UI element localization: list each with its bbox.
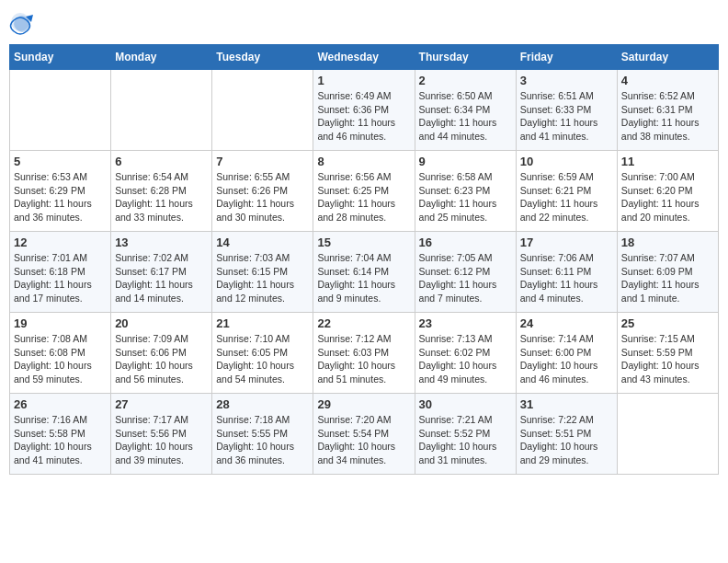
calendar-cell: 27Sunrise: 7:17 AM Sunset: 5:56 PM Dayli… (111, 394, 212, 475)
day-number: 17 (520, 236, 613, 249)
column-header-friday: Friday (516, 45, 617, 70)
day-number: 13 (115, 236, 208, 249)
day-number: 28 (216, 397, 309, 411)
calendar-body: 1Sunrise: 6:49 AM Sunset: 6:36 PM Daylig… (10, 70, 719, 475)
day-info: Sunrise: 7:04 AM Sunset: 6:14 PM Dayligh… (317, 251, 410, 305)
calendar-cell: 20Sunrise: 7:09 AM Sunset: 6:06 PM Dayli… (111, 313, 212, 394)
day-number: 31 (520, 397, 613, 411)
calendar-cell (111, 70, 212, 151)
calendar-week-3: 12Sunrise: 7:01 AM Sunset: 6:18 PM Dayli… (10, 232, 719, 313)
day-number: 9 (419, 155, 512, 168)
day-number: 19 (14, 316, 107, 330)
day-number: 23 (419, 316, 512, 330)
day-info: Sunrise: 7:08 AM Sunset: 6:08 PM Dayligh… (14, 332, 107, 386)
day-info: Sunrise: 6:52 AM Sunset: 6:31 PM Dayligh… (621, 89, 714, 144)
day-number: 1 (317, 74, 410, 87)
day-number: 11 (621, 155, 714, 168)
calendar-cell: 5Sunrise: 6:53 AM Sunset: 6:29 PM Daylig… (10, 151, 111, 232)
calendar-cell: 13Sunrise: 7:02 AM Sunset: 6:17 PM Dayli… (111, 232, 212, 313)
day-number: 5 (14, 155, 107, 168)
calendar-cell: 22Sunrise: 7:12 AM Sunset: 6:03 PM Dayli… (313, 313, 415, 394)
day-number: 27 (115, 397, 208, 411)
day-info: Sunrise: 7:17 AM Sunset: 5:56 PM Dayligh… (115, 413, 208, 467)
logo-icon (9, 9, 35, 35)
day-info: Sunrise: 7:03 AM Sunset: 6:15 PM Dayligh… (216, 251, 309, 305)
calendar-header: SundayMondayTuesdayWednesdayThursdayFrid… (10, 45, 719, 70)
calendar-cell: 1Sunrise: 6:49 AM Sunset: 6:36 PM Daylig… (313, 70, 415, 151)
day-number: 6 (115, 155, 208, 168)
calendar-table: SundayMondayTuesdayWednesdayThursdayFrid… (9, 44, 719, 475)
day-info: Sunrise: 6:49 AM Sunset: 6:36 PM Dayligh… (317, 89, 410, 144)
day-info: Sunrise: 7:05 AM Sunset: 6:12 PM Dayligh… (419, 251, 512, 305)
calendar-cell: 3Sunrise: 6:51 AM Sunset: 6:33 PM Daylig… (516, 70, 617, 151)
calendar-week-2: 5Sunrise: 6:53 AM Sunset: 6:29 PM Daylig… (10, 151, 719, 232)
day-number: 14 (216, 236, 309, 249)
calendar-cell: 4Sunrise: 6:52 AM Sunset: 6:31 PM Daylig… (617, 70, 718, 151)
calendar-cell: 15Sunrise: 7:04 AM Sunset: 6:14 PM Dayli… (313, 232, 415, 313)
day-info: Sunrise: 7:01 AM Sunset: 6:18 PM Dayligh… (14, 251, 107, 305)
calendar-cell: 28Sunrise: 7:18 AM Sunset: 5:55 PM Dayli… (212, 394, 313, 475)
calendar-cell: 8Sunrise: 6:56 AM Sunset: 6:25 PM Daylig… (313, 151, 415, 232)
day-number: 15 (317, 236, 410, 249)
calendar-cell (212, 70, 313, 151)
day-info: Sunrise: 7:22 AM Sunset: 5:51 PM Dayligh… (520, 413, 613, 467)
calendar-cell (10, 70, 111, 151)
logo (9, 9, 39, 35)
day-number: 3 (520, 74, 613, 87)
day-number: 25 (621, 316, 714, 330)
calendar-cell: 7Sunrise: 6:55 AM Sunset: 6:26 PM Daylig… (212, 151, 313, 232)
day-info: Sunrise: 6:54 AM Sunset: 6:28 PM Dayligh… (115, 170, 208, 224)
day-number: 2 (419, 74, 512, 87)
day-number: 4 (621, 74, 714, 87)
day-info: Sunrise: 7:06 AM Sunset: 6:11 PM Dayligh… (520, 251, 613, 305)
day-number: 16 (419, 236, 512, 249)
calendar-cell (617, 394, 718, 475)
day-info: Sunrise: 7:07 AM Sunset: 6:09 PM Dayligh… (621, 251, 714, 305)
day-info: Sunrise: 7:10 AM Sunset: 6:05 PM Dayligh… (216, 332, 309, 386)
header-row: SundayMondayTuesdayWednesdayThursdayFrid… (10, 45, 719, 70)
column-header-tuesday: Tuesday (212, 45, 313, 70)
calendar-cell: 18Sunrise: 7:07 AM Sunset: 6:09 PM Dayli… (617, 232, 718, 313)
calendar-cell: 21Sunrise: 7:10 AM Sunset: 6:05 PM Dayli… (212, 313, 313, 394)
day-info: Sunrise: 7:18 AM Sunset: 5:55 PM Dayligh… (216, 413, 309, 467)
calendar-cell: 23Sunrise: 7:13 AM Sunset: 6:02 PM Dayli… (415, 313, 516, 394)
calendar-week-4: 19Sunrise: 7:08 AM Sunset: 6:08 PM Dayli… (10, 313, 719, 394)
day-info: Sunrise: 7:02 AM Sunset: 6:17 PM Dayligh… (115, 251, 208, 305)
column-header-sunday: Sunday (10, 45, 111, 70)
day-info: Sunrise: 6:58 AM Sunset: 6:23 PM Dayligh… (419, 170, 512, 224)
day-info: Sunrise: 6:55 AM Sunset: 6:26 PM Dayligh… (216, 170, 309, 224)
calendar-cell: 31Sunrise: 7:22 AM Sunset: 5:51 PM Dayli… (516, 394, 617, 475)
day-info: Sunrise: 7:20 AM Sunset: 5:54 PM Dayligh… (317, 413, 410, 467)
day-number: 22 (317, 316, 410, 330)
calendar-week-5: 26Sunrise: 7:16 AM Sunset: 5:58 PM Dayli… (10, 394, 719, 475)
day-number: 21 (216, 316, 309, 330)
day-number: 10 (520, 155, 613, 168)
day-info: Sunrise: 7:00 AM Sunset: 6:20 PM Dayligh… (621, 170, 714, 224)
day-info: Sunrise: 7:13 AM Sunset: 6:02 PM Dayligh… (419, 332, 512, 386)
calendar-cell: 11Sunrise: 7:00 AM Sunset: 6:20 PM Dayli… (617, 151, 718, 232)
day-info: Sunrise: 7:14 AM Sunset: 6:00 PM Dayligh… (520, 332, 613, 386)
calendar-cell: 14Sunrise: 7:03 AM Sunset: 6:15 PM Dayli… (212, 232, 313, 313)
day-number: 20 (115, 316, 208, 330)
column-header-monday: Monday (111, 45, 212, 70)
day-number: 7 (216, 155, 309, 168)
calendar-week-1: 1Sunrise: 6:49 AM Sunset: 6:36 PM Daylig… (10, 70, 719, 151)
day-info: Sunrise: 6:50 AM Sunset: 6:34 PM Dayligh… (419, 89, 512, 144)
calendar-cell: 16Sunrise: 7:05 AM Sunset: 6:12 PM Dayli… (415, 232, 516, 313)
calendar-cell: 6Sunrise: 6:54 AM Sunset: 6:28 PM Daylig… (111, 151, 212, 232)
day-info: Sunrise: 7:09 AM Sunset: 6:06 PM Dayligh… (115, 332, 208, 386)
day-info: Sunrise: 6:53 AM Sunset: 6:29 PM Dayligh… (14, 170, 107, 224)
day-number: 24 (520, 316, 613, 330)
day-number: 30 (419, 397, 512, 411)
column-header-wednesday: Wednesday (313, 45, 415, 70)
calendar-cell: 17Sunrise: 7:06 AM Sunset: 6:11 PM Dayli… (516, 232, 617, 313)
day-number: 18 (621, 236, 714, 249)
calendar-cell: 30Sunrise: 7:21 AM Sunset: 5:52 PM Dayli… (415, 394, 516, 475)
page-header (9, 9, 719, 35)
calendar-cell: 29Sunrise: 7:20 AM Sunset: 5:54 PM Dayli… (313, 394, 415, 475)
day-number: 29 (317, 397, 410, 411)
calendar-cell: 24Sunrise: 7:14 AM Sunset: 6:00 PM Dayli… (516, 313, 617, 394)
calendar-cell: 25Sunrise: 7:15 AM Sunset: 5:59 PM Dayli… (617, 313, 718, 394)
calendar-cell: 19Sunrise: 7:08 AM Sunset: 6:08 PM Dayli… (10, 313, 111, 394)
day-info: Sunrise: 6:59 AM Sunset: 6:21 PM Dayligh… (520, 170, 613, 224)
